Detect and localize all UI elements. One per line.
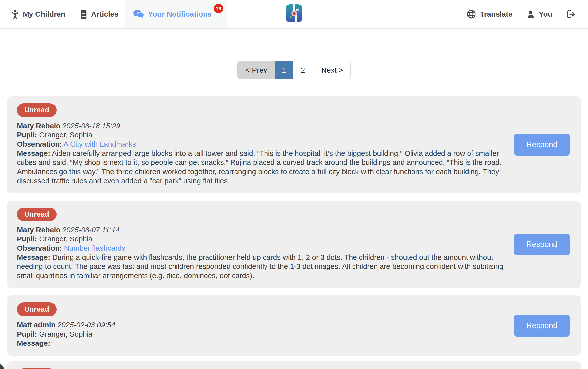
child-icon [11,9,19,19]
notification-count-badge: 19 [214,4,223,13]
pagination: < Prev 1 2 Next > [0,61,588,79]
sign-out-icon [566,10,575,19]
globe-icon [467,9,476,19]
message-line: Message: During a quick-fire game with f… [17,253,513,280]
nav-label-translate: Translate [480,10,513,18]
pupil-line: Pupil: Granger, Sophia [17,329,513,339]
respond-button[interactable]: Respond [514,315,570,337]
notification-body: Mary Rebelo 2025-08-18 15:29 Pupil: Gran… [17,121,513,185]
notification-body: Matt admin 2025-02-03 09:54 Pupil: Grang… [17,320,513,348]
unread-badge: Unread [17,103,57,117]
observation-line: Observation: A City with Landmarks [17,139,513,149]
user-icon [527,10,535,18]
pupil-name: Granger, Sophia [39,330,92,338]
message-text: During a quick-fire game with flashcards… [17,253,503,280]
notification-card: Unread Mary Rebelo 2025-08-18 15:29 Pupi… [7,96,581,193]
pupil-name: Granger, Sophia [39,131,92,139]
observation-line: Observation: Number flashcards [17,243,513,253]
timestamp: 2025-02-03 09:54 [58,321,115,329]
sender-name: Mary Rebelo [17,226,60,234]
respond-button[interactable]: Respond [514,234,570,255]
nav-item-my-children[interactable]: My Children [0,0,73,28]
sender-name: Mary Rebelo [17,122,60,130]
logout-button[interactable] [566,10,575,19]
message-line: Message: [17,339,513,348]
sender-name: Matt admin [17,321,56,329]
notification-card: Unread Matt admin 2025-02-03 09:54 Pupil… [7,295,581,356]
nav-group-right: Translate You [467,0,588,28]
message-line: Message: Aiden carefully arranged large … [17,149,513,185]
app-logo[interactable] [284,3,304,23]
nav-item-articles[interactable]: Articles [73,0,125,28]
comments-icon [133,9,144,19]
nav-label-your-notifications: Your Notifications [148,10,212,18]
observation-link[interactable]: A City with Landmarks [64,140,136,148]
nav-label-articles: Articles [91,10,118,18]
nav-item-you[interactable]: You [527,10,552,18]
unread-badge: Unread [17,208,57,221]
sender-line: Matt admin 2025-02-03 09:54 [17,320,513,329]
observation-link[interactable]: Number flashcards [64,244,125,252]
unread-badge: Unread [17,302,57,316]
sender-line: Mary Rebelo 2025-08-07 11:14 [17,225,513,234]
top-navbar: My Children Articles Your Notifications … [0,0,588,29]
pagination-page-2[interactable]: 2 [293,61,313,79]
notification-card-partial: Unread [7,361,581,369]
corner-widget-button[interactable] [0,357,7,369]
nav-item-translate[interactable]: Translate [467,9,513,19]
notification-list: Unread Mary Rebelo 2025-08-18 15:29 Pupi… [7,96,581,369]
pupil-line: Pupil: Granger, Sophia [17,234,513,243]
pagination-prev-button[interactable]: < Prev [237,61,275,79]
timestamp: 2025-08-07 11:14 [62,226,120,234]
nav-label-you: You [539,10,552,18]
nav-tab-your-notifications[interactable]: Your Notifications 19 [125,0,227,28]
notification-card: Unread Mary Rebelo 2025-08-07 11:14 Pupi… [7,201,581,288]
respond-button[interactable]: Respond [514,134,570,156]
message-text: Aiden carefully arranged large blocks in… [17,149,501,185]
timestamp: 2025-08-18 15:29 [62,122,120,130]
nav-label-my-children: My Children [23,10,65,18]
book-icon [80,9,87,19]
pupil-name: Granger, Sophia [39,235,92,243]
pupil-line: Pupil: Granger, Sophia [17,130,513,139]
notification-body: Mary Rebelo 2025-08-07 11:14 Pupil: Gran… [17,225,513,280]
pagination-page-1-active[interactable]: 1 [275,61,293,79]
sender-line: Mary Rebelo 2025-08-18 15:29 [17,121,513,130]
pagination-next-button[interactable]: Next > [314,61,351,79]
